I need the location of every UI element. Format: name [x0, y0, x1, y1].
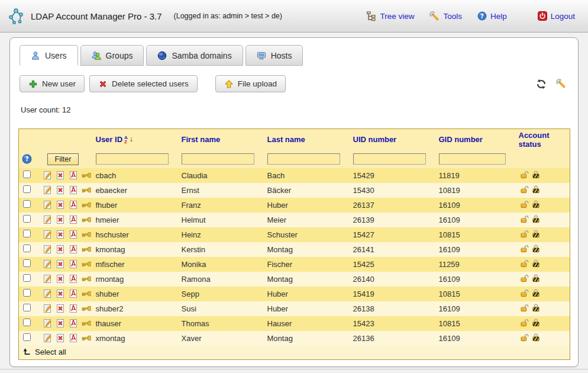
edit-icon[interactable]: [43, 230, 52, 239]
row-checkbox[interactable]: [23, 319, 31, 326]
delete-icon[interactable]: [56, 304, 65, 313]
edit-icon[interactable]: [43, 274, 52, 284]
cell-last-name: Fischer: [263, 257, 348, 272]
filter-input-user-id[interactable]: [96, 153, 169, 165]
row-checkbox[interactable]: [23, 200, 31, 208]
edit-icon[interactable]: [43, 289, 52, 298]
delete-icon[interactable]: [56, 319, 65, 328]
row-checkbox[interactable]: [23, 304, 31, 311]
row-checkbox[interactable]: [23, 274, 31, 282]
edit-icon[interactable]: [43, 304, 52, 313]
delete-icon[interactable]: [56, 171, 65, 180]
cell-gid-number: 10819: [434, 183, 514, 198]
pdf-icon[interactable]: [69, 230, 78, 239]
pdf-icon[interactable]: [69, 304, 78, 313]
password-key-icon[interactable]: [82, 231, 91, 238]
delete-icon[interactable]: [56, 230, 65, 239]
nav-help[interactable]: ? Help: [473, 9, 512, 23]
edit-icon[interactable]: [43, 245, 52, 254]
edit-icon[interactable]: [43, 215, 52, 224]
pdf-icon[interactable]: [69, 289, 78, 298]
delete-icon[interactable]: [56, 259, 65, 269]
pdf-icon[interactable]: [69, 245, 78, 254]
row-checkbox[interactable]: [23, 333, 31, 341]
password-key-icon[interactable]: [82, 261, 91, 268]
password-key-icon[interactable]: [82, 305, 91, 312]
column-header-first-name[interactable]: First name: [177, 129, 263, 150]
pdf-icon[interactable]: [69, 171, 78, 180]
filter-help-icon[interactable]: ?: [22, 154, 32, 164]
password-key-icon[interactable]: [82, 275, 91, 282]
password-key-icon[interactable]: [82, 246, 91, 253]
column-header-gid-number[interactable]: GID number: [434, 129, 514, 150]
delete-icon[interactable]: [56, 245, 65, 254]
cell-first-name: Thomas: [177, 316, 263, 331]
pdf-icon[interactable]: [69, 215, 78, 224]
delete-icon[interactable]: [56, 215, 65, 224]
pdf-icon[interactable]: [69, 185, 78, 195]
filter-input-uid-number[interactable]: [353, 153, 426, 165]
column-header-user-id[interactable]: User ID A Z ↓: [91, 129, 177, 150]
nav-tree-view[interactable]: Tree view: [361, 9, 419, 24]
edit-icon[interactable]: [43, 171, 52, 180]
row-checkbox[interactable]: [23, 245, 31, 252]
pdf-icon[interactable]: [69, 319, 78, 328]
edit-icon[interactable]: [43, 185, 52, 195]
refresh-icon[interactable]: [536, 79, 547, 89]
table-row: xmontag Xaver Montag 26136 16109: [19, 331, 570, 346]
cell-last-name: Meier: [263, 213, 348, 227]
edit-icon[interactable]: [43, 333, 52, 343]
pdf-icon[interactable]: [69, 274, 78, 284]
password-key-icon[interactable]: [82, 216, 91, 223]
tab-users[interactable]: Users: [20, 45, 78, 66]
column-header-last-name[interactable]: Last name: [263, 129, 348, 150]
password-key-icon[interactable]: [82, 290, 91, 297]
pdf-icon[interactable]: [69, 200, 78, 210]
filter-input-first-name[interactable]: [182, 153, 254, 165]
plus-icon: [28, 79, 38, 89]
nav-logout[interactable]: Logout: [533, 9, 580, 23]
delete-icon[interactable]: [56, 333, 65, 343]
column-header-uid-number[interactable]: UID number: [348, 129, 434, 150]
password-key-icon[interactable]: [82, 320, 91, 327]
select-all-link[interactable]: Select all: [19, 348, 66, 356]
edit-icon[interactable]: [43, 319, 52, 328]
delete-icon[interactable]: [56, 274, 65, 284]
tab-hosts[interactable]: Hosts: [245, 45, 303, 66]
row-checkbox[interactable]: [23, 259, 31, 267]
settings-wrench-icon[interactable]: [556, 79, 566, 89]
cell-uid-number: 15427: [348, 227, 434, 242]
cell-gid-number: 10815: [434, 287, 514, 301]
edit-icon[interactable]: [43, 200, 52, 210]
cell-gid-number: 10815: [434, 316, 514, 331]
pdf-icon[interactable]: [69, 333, 78, 343]
password-key-icon[interactable]: [82, 335, 91, 342]
new-user-label: New user: [42, 79, 76, 88]
password-key-icon[interactable]: [82, 172, 91, 179]
password-key-icon[interactable]: [82, 201, 91, 208]
row-checkbox[interactable]: [23, 171, 31, 178]
tree-view-icon: [366, 11, 376, 21]
filter-input-last-name[interactable]: [267, 153, 340, 165]
file-upload-button[interactable]: File upload: [215, 75, 286, 92]
edit-icon[interactable]: [43, 259, 52, 269]
filter-button[interactable]: Filter: [47, 153, 79, 165]
unlocked-padlock-icon: [520, 274, 529, 283]
tab-groups[interactable]: Groups: [80, 45, 144, 66]
row-checkbox[interactable]: [23, 215, 31, 223]
password-key-icon[interactable]: [82, 186, 91, 194]
row-checkbox[interactable]: [23, 289, 31, 297]
new-user-button[interactable]: New user: [20, 75, 85, 92]
row-checkbox[interactable]: [23, 230, 31, 237]
nav-tools[interactable]: Tools: [425, 9, 467, 24]
column-header-account-status[interactable]: Account status: [514, 129, 570, 150]
delete-selected-users-button[interactable]: Delete selected users: [89, 75, 198, 92]
delete-icon[interactable]: [56, 185, 65, 195]
pdf-icon[interactable]: [69, 259, 78, 269]
row-checkbox[interactable]: [23, 185, 31, 193]
filter-input-gid-number[interactable]: [439, 153, 506, 165]
delete-icon[interactable]: [56, 200, 65, 210]
tab-samba-domains[interactable]: Samba domains: [146, 45, 243, 66]
delete-icon[interactable]: [56, 289, 65, 298]
sort-az-icon: A Z: [124, 136, 128, 144]
